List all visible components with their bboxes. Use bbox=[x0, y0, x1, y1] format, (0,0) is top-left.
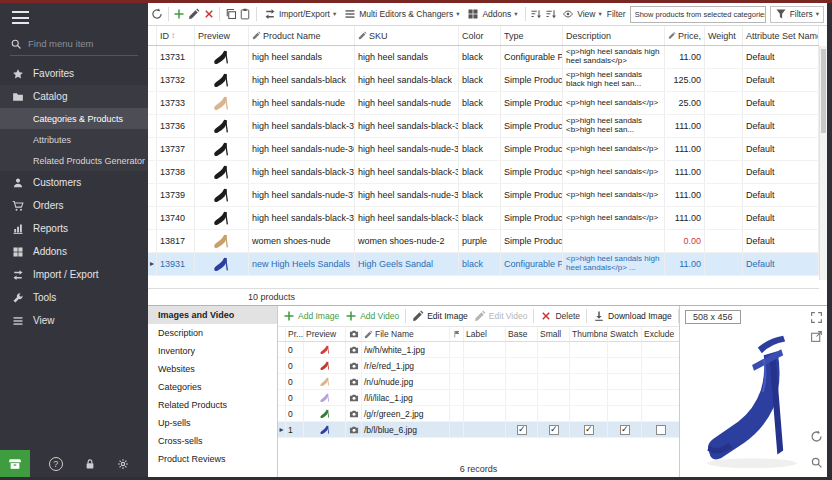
thumbnail-checkbox[interactable] bbox=[584, 425, 594, 435]
product-row[interactable]: ▸ 13817 women shoes-nude women shoes-nud… bbox=[148, 230, 819, 253]
column-header-base[interactable]: Base bbox=[506, 327, 538, 341]
sidebar-item-attributes[interactable]: Attributes bbox=[0, 129, 148, 150]
edit-video-button[interactable]: Edit Video bbox=[472, 310, 530, 322]
column-header-product-name[interactable]: Product Name bbox=[249, 26, 355, 45]
sidebar-footer: ? bbox=[0, 450, 148, 477]
product-row[interactable]: ▸ 13740 high heel sandals-black-38 high … bbox=[148, 207, 819, 230]
category-filter-select[interactable]: Show products from selected categories▾ bbox=[630, 6, 766, 23]
sidebar-item-catalog[interactable]: Catalog bbox=[0, 85, 148, 108]
tab-related-products[interactable]: Related Products bbox=[148, 396, 277, 414]
addons-menu[interactable]: Addons▾ bbox=[464, 7, 520, 21]
image-row[interactable]: ▸ 0 /n/u/nude.jpg bbox=[278, 374, 679, 390]
tab-cross-sells[interactable]: Cross-sells bbox=[148, 432, 277, 450]
base-checkbox[interactable] bbox=[517, 425, 527, 435]
column-header-type[interactable]: Type bbox=[501, 26, 563, 45]
copy-button[interactable] bbox=[224, 6, 237, 22]
store-button[interactable] bbox=[0, 450, 30, 477]
sort-desc-button[interactable] bbox=[544, 6, 557, 22]
menu-search-input[interactable] bbox=[28, 38, 128, 49]
sort-asc-button[interactable] bbox=[530, 6, 543, 22]
settings-gear-icon[interactable] bbox=[117, 458, 129, 470]
row-indicator: ▸ bbox=[278, 422, 286, 437]
swatch-checkbox[interactable] bbox=[620, 425, 630, 435]
image-flag-cell bbox=[450, 358, 464, 373]
refresh-button[interactable] bbox=[151, 6, 164, 22]
product-row[interactable]: ▸ 13739 high heel sandals-nude-37 high h… bbox=[148, 184, 819, 207]
sidebar-item-favorites[interactable]: Favorites bbox=[0, 62, 148, 85]
fullscreen-expand-icon[interactable] bbox=[810, 311, 823, 324]
column-header-label[interactable]: Label bbox=[464, 327, 506, 341]
tab-categories[interactable]: Categories bbox=[148, 378, 277, 396]
vertical-scrollbar[interactable] bbox=[819, 46, 827, 280]
column-header-id[interactable]: ID↕ bbox=[157, 26, 195, 45]
product-row[interactable]: ▸ 13731 high heel sandals high heel sand… bbox=[148, 46, 819, 69]
column-header-thumbnail[interactable]: Thumbna bbox=[570, 327, 608, 341]
image-row[interactable]: ▸ 0 /g/r/green_2.jpg bbox=[278, 406, 679, 422]
sidebar-item-tools[interactable]: Tools bbox=[0, 286, 148, 309]
tab-up-sells[interactable]: Up-sells bbox=[148, 414, 277, 432]
tab-websites[interactable]: Websites bbox=[148, 360, 277, 378]
column-header-weight[interactable]: Weight bbox=[705, 26, 743, 45]
column-header-attribute-set[interactable]: Attribute Set Name bbox=[743, 26, 819, 45]
filters-button[interactable]: Filters▾ bbox=[770, 6, 824, 23]
menu-toggle-icon[interactable] bbox=[12, 11, 29, 24]
scrollbar-thumb[interactable] bbox=[821, 49, 826, 133]
edit-image-button[interactable]: Edit Image bbox=[410, 310, 470, 322]
tab-inventory[interactable]: Inventory bbox=[148, 342, 277, 360]
sidebar-item-categories-products[interactable]: Categories & Products bbox=[0, 108, 148, 129]
product-row[interactable]: ▸ 13737 high heel sandals-nude-36 high h… bbox=[148, 138, 819, 161]
product-color-cell: black bbox=[459, 115, 501, 137]
sidebar-item-reports[interactable]: Reports bbox=[0, 217, 148, 240]
sidebar-item-related-products-generator[interactable]: Related Products Generator bbox=[0, 150, 148, 171]
product-row[interactable]: ▸ 13732 high heel sandals-black high hee… bbox=[148, 69, 819, 92]
help-button[interactable]: ? bbox=[49, 457, 63, 471]
column-header-image-preview[interactable]: Preview bbox=[304, 327, 346, 341]
tab-images-and-video[interactable]: Images and Video bbox=[148, 306, 277, 324]
paste-button[interactable] bbox=[239, 6, 252, 22]
column-header-small[interactable]: Small bbox=[538, 327, 570, 341]
image-row[interactable]: ▸ 1 /b/l/blue_6.jpg bbox=[278, 422, 679, 438]
download-image-button[interactable]: Download Image bbox=[591, 310, 674, 322]
column-header-camera[interactable] bbox=[346, 327, 362, 341]
small-checkbox[interactable] bbox=[549, 425, 559, 435]
tab-description[interactable]: Description bbox=[148, 324, 277, 342]
column-header-exclude[interactable]: Exclude bbox=[642, 327, 680, 341]
image-row[interactable]: ▸ 0 /l/i/lilac_1.jpg bbox=[278, 390, 679, 406]
edit-product-button[interactable] bbox=[188, 6, 201, 22]
sidebar-item-addons[interactable]: Addons bbox=[0, 240, 148, 263]
column-header-position[interactable]: Pr... bbox=[286, 327, 304, 341]
image-row[interactable]: ▸ 0 /r/e/red_1.jpg bbox=[278, 358, 679, 374]
product-row[interactable]: ▸ 13931 new High Heels Sandals High Geel… bbox=[148, 253, 819, 276]
delete-product-button[interactable] bbox=[202, 6, 215, 22]
multi-editors-menu[interactable]: Multi Editors & Changers▾ bbox=[341, 7, 462, 21]
add-product-button[interactable] bbox=[173, 6, 186, 22]
add-image-button[interactable]: Add Image bbox=[281, 310, 341, 322]
column-header-description[interactable]: Description bbox=[563, 26, 665, 45]
tab-product-reviews[interactable]: Product Reviews bbox=[148, 450, 277, 468]
sidebar-item-orders[interactable]: Orders bbox=[0, 194, 148, 217]
column-header-price[interactable]: Price, bbox=[665, 26, 705, 45]
column-header-flag[interactable] bbox=[450, 327, 464, 341]
column-header-color[interactable]: Color bbox=[459, 26, 501, 45]
product-row[interactable]: ▸ 13738 high heel sandals-black-37 high … bbox=[148, 161, 819, 184]
column-header-file-name[interactable]: File Name bbox=[362, 327, 450, 341]
images-panel: Add Image Add Video Edit Image Edit Vide… bbox=[278, 306, 680, 477]
product-row[interactable]: ▸ 13736 high heel sandals-black-36 high … bbox=[148, 115, 819, 138]
product-preview-cell bbox=[195, 161, 249, 183]
image-row[interactable]: ▸ 0 /w/h/white_1.jpg bbox=[278, 342, 679, 358]
view-menu[interactable]: View▾ bbox=[559, 7, 605, 21]
lock-icon[interactable] bbox=[84, 458, 96, 470]
column-header-swatch[interactable]: Swatch bbox=[608, 327, 642, 341]
delete-image-button[interactable]: Delete bbox=[538, 310, 582, 322]
column-header-preview[interactable]: Preview bbox=[195, 26, 249, 45]
exclude-checkbox[interactable] bbox=[656, 425, 666, 435]
column-header-sku[interactable]: SKU bbox=[355, 26, 459, 45]
product-row[interactable]: ▸ 13733 high heel sandals-nude high heel… bbox=[148, 92, 819, 115]
sidebar-item-view[interactable]: View bbox=[0, 309, 148, 332]
sidebar-item-customers[interactable]: Customers bbox=[0, 171, 148, 194]
add-video-button[interactable]: Add Video bbox=[343, 310, 401, 322]
product-price-cell: 11.00 bbox=[665, 253, 705, 275]
sidebar-item-import-export[interactable]: Import / Export bbox=[0, 263, 148, 286]
funnel-icon bbox=[775, 8, 787, 20]
import-export-menu[interactable]: Import/Export▾ bbox=[261, 7, 339, 21]
